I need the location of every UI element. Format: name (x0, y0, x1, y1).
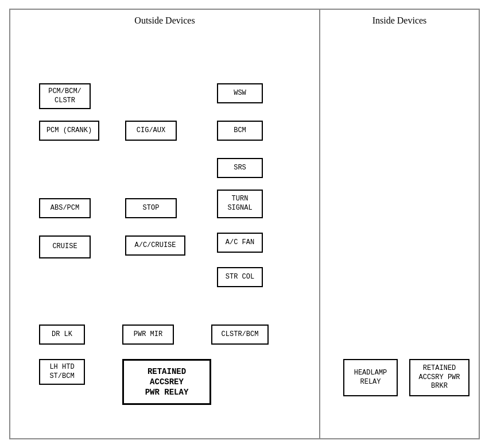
headlamp-relay-box: HEADLAMP RELAY (343, 359, 398, 396)
wsw: WSW (217, 83, 263, 103)
retained-accsry-pwr-brkr: RETAINED ACCSRY PWR BRKR (409, 359, 469, 396)
pwr-mir: PWR MIR (122, 325, 174, 345)
stop-box: STOP (125, 198, 177, 218)
pcm-crank: PCM (CRANK) (39, 121, 99, 141)
wsw-box: WSW (217, 83, 263, 103)
ac-fan-box: A/C FAN (217, 233, 263, 253)
outside-panel: Outside Devices PCM/BCM/ CLSTRWSWPCM (CR… (10, 10, 320, 438)
lh-htd-st-bcm-box: LH HTD ST/BCM (39, 359, 85, 385)
turn-signal-box: TURN SIGNAL (217, 190, 263, 218)
ac-fan: A/C FAN (217, 233, 263, 253)
clstr-bcm: CLSTR/BCM (211, 325, 269, 345)
outside-grid: PCM/BCM/ CLSTRWSWPCM (CRANK)CIG/AUXBCMSR… (16, 37, 313, 428)
cig-aux: CIG/AUX (125, 121, 177, 141)
pcm-bcm-clstr-box: PCM/BCM/ CLSTR (39, 83, 91, 109)
str-col: STR COL (217, 267, 263, 287)
str-col-box: STR COL (217, 267, 263, 287)
dr-lk: DR LK (39, 325, 85, 345)
pwr-mir-box: PWR MIR (122, 325, 174, 345)
retained-accsry-pwr-brkr-box: RETAINED ACCSRY PWR BRKR (409, 359, 469, 396)
stop: STOP (125, 198, 177, 218)
ac-cruise-box: A/C/CRUISE (125, 235, 185, 256)
inside-title: Inside Devices (326, 16, 473, 26)
abs-pcm-box: ABS/PCM (39, 198, 91, 218)
outside-title: Outside Devices (16, 16, 313, 26)
pcm-bcm-clstr: PCM/BCM/ CLSTR (39, 83, 91, 109)
clstr-bcm-box: CLSTR/BCM (211, 325, 269, 345)
ac-cruise: A/C/CRUISE (125, 235, 185, 256)
headlamp-relay: HEADLAMP RELAY (343, 359, 398, 396)
bcm-box: BCM (217, 121, 263, 141)
lh-htd-st-bcm: LH HTD ST/BCM (39, 359, 85, 385)
srs: SRS (217, 158, 263, 178)
cig-aux-box: CIG/AUX (125, 121, 177, 141)
retained-accsrey-box: RETAINED ACCSREY PWR RELAY (122, 359, 211, 405)
bcm: BCM (217, 121, 263, 141)
cruise-box: CRUISE (39, 235, 91, 258)
pcm-crank-box: PCM (CRANK) (39, 121, 99, 141)
turn-signal: TURN SIGNAL (217, 190, 263, 218)
retained-accsrey: RETAINED ACCSREY PWR RELAY (122, 359, 211, 405)
cruise: CRUISE (39, 235, 91, 258)
abs-pcm: ABS/PCM (39, 198, 91, 218)
dr-lk-box: DR LK (39, 325, 85, 345)
srs-box: SRS (217, 158, 263, 178)
inside-panel: Inside Devices HEADLAMP RELAYRETAINED AC… (320, 10, 479, 438)
inside-grid: HEADLAMP RELAYRETAINED ACCSRY PWR BRKR (326, 37, 473, 428)
main-container: Outside Devices PCM/BCM/ CLSTRWSWPCM (CR… (9, 9, 480, 439)
